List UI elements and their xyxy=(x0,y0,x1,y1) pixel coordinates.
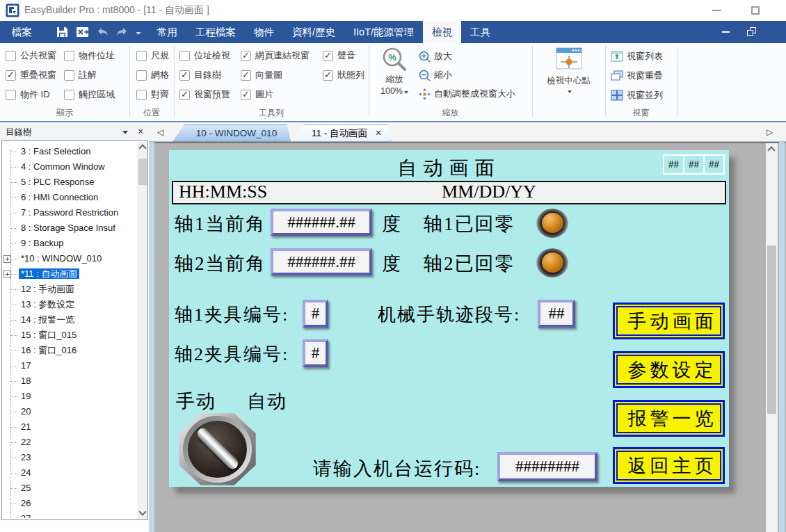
checkbox-vector-image[interactable]: 向量圖 xyxy=(241,68,282,82)
checkbox-picture[interactable]: 圖片 xyxy=(241,88,273,102)
redo-icon[interactable] xyxy=(116,27,128,37)
checkbox-comment[interactable]: 註解 xyxy=(64,68,97,82)
numeric-display-track-segment[interactable]: ## xyxy=(538,300,575,328)
checkbox-ruler[interactable]: 尺規 xyxy=(136,49,169,63)
tree-item-13[interactable]: 13 : 参数设定 xyxy=(2,297,135,312)
numeric-display[interactable]: ## xyxy=(683,154,705,175)
led-axis1-homed[interactable] xyxy=(536,209,568,238)
compile-icon[interactable] xyxy=(76,26,89,38)
rotary-switch-manual-auto[interactable] xyxy=(177,412,257,487)
tree-item-6[interactable]: 6 : HMI Connection xyxy=(2,190,135,205)
window-tile-button[interactable]: 視窗並列 xyxy=(611,89,663,102)
led-axis2-homed[interactable] xyxy=(536,248,568,277)
expand-icon[interactable] xyxy=(3,255,11,263)
tree-item-27[interactable]: 27 xyxy=(2,511,135,518)
zoom-ratio-button[interactable]: % 縮放 100% xyxy=(374,46,415,97)
tree-item-12[interactable]: 12 : 手动画面 xyxy=(2,282,135,297)
scrollbar-thumb[interactable] xyxy=(138,159,147,185)
checkbox-overlap-window[interactable]: 重疊視窗 xyxy=(6,68,56,82)
tree-item-14[interactable]: 14 : 报警一览 xyxy=(2,312,135,328)
checkbox-object-address[interactable]: 物件位址 xyxy=(64,49,115,63)
numeric-display-axis1-angle[interactable]: ######.## xyxy=(271,209,372,236)
scroll-up-icon[interactable] xyxy=(138,144,146,152)
checkbox-touch-area[interactable]: 觸控區域 xyxy=(64,88,115,102)
tab-view[interactable]: 檢視 xyxy=(423,21,461,43)
zoom-in-button[interactable]: 放大 xyxy=(419,50,452,63)
checkbox-address-view[interactable]: 位址檢視 xyxy=(179,49,230,63)
doc-tab-window-010[interactable]: 10 - WINDOW_010 xyxy=(173,124,291,142)
qat-dropdown-icon[interactable] xyxy=(136,32,141,35)
tree-item-23[interactable]: 23 xyxy=(2,450,135,465)
numeric-display-axis2-clamp[interactable]: # xyxy=(303,339,328,367)
checkbox-status-bar[interactable]: 狀態列 xyxy=(323,68,364,82)
tree-item-8[interactable]: 8 : Storage Space Insuf xyxy=(2,220,135,236)
doc-tab-auto-screen[interactable]: 11 - 自动画面× xyxy=(292,124,391,142)
checkbox-sound[interactable]: 聲音 xyxy=(323,49,355,63)
counter-displays[interactable]: ## ## ## xyxy=(664,154,725,175)
tab-close-icon[interactable]: × xyxy=(376,127,381,138)
tab-project[interactable]: 工程檔案 xyxy=(186,21,245,43)
mdi-restore-button[interactable] xyxy=(747,27,757,37)
save-icon[interactable] xyxy=(56,26,68,38)
tree-item-11[interactable]: *11 : 自动画面 xyxy=(2,266,135,282)
tab-data-history[interactable]: 資料/歷史 xyxy=(283,21,344,43)
tree-item-9[interactable]: 9 : Backup xyxy=(2,236,135,251)
tab-scroll-left-icon[interactable]: ◁ xyxy=(157,127,163,137)
tree-vertical-scrollbar[interactable] xyxy=(137,142,148,519)
button-alarm-list[interactable]: 报警一览 xyxy=(613,400,725,437)
tree-item-3[interactable]: 3 : Fast Selection xyxy=(2,144,135,159)
canvas-vertical-scrollbar[interactable] xyxy=(766,143,778,532)
checkbox-object-id[interactable]: 物件 ID xyxy=(6,88,50,102)
tab-iiot-energy[interactable]: IIoT/能源管理 xyxy=(344,21,423,43)
checkbox-web-link-window[interactable]: 網頁連結視窗 xyxy=(241,49,310,63)
checkbox-window-preview[interactable]: 視窗預覽 xyxy=(179,88,230,102)
scroll-up-icon[interactable] xyxy=(767,146,775,154)
checkbox-snap[interactable]: 對齊 xyxy=(136,88,169,102)
panel-close-icon[interactable]: × xyxy=(138,126,143,137)
checkbox-common-window[interactable]: 公共視窗 xyxy=(6,49,56,63)
button-manual-screen[interactable]: 手动画面 xyxy=(613,303,725,339)
zoom-out-button[interactable]: 縮小 xyxy=(419,69,452,81)
checkbox-directory-tree[interactable]: 目錄樹 xyxy=(179,68,221,82)
tree-item-17[interactable]: 17 xyxy=(2,358,135,373)
fit-to-window-button[interactable]: 自動調整成視窗大小 xyxy=(419,88,515,100)
numeric-display-axis2-angle[interactable]: ######.## xyxy=(271,248,372,275)
file-menu[interactable]: 檔案 xyxy=(0,21,44,43)
tree-item-24[interactable]: 24 xyxy=(2,465,135,481)
view-center-button[interactable]: 檢視中心點 xyxy=(535,46,602,93)
scroll-down-icon[interactable] xyxy=(138,508,146,515)
tab-scroll-right-icon[interactable]: ▷ xyxy=(767,127,773,137)
minimize-button[interactable] xyxy=(712,10,721,11)
numeric-display[interactable]: ## xyxy=(663,154,684,175)
tree-item-26[interactable]: 26 xyxy=(2,496,135,511)
tree-item-22[interactable]: 22 xyxy=(2,435,135,450)
tree-item-16[interactable]: 16 : 窗口_016 xyxy=(2,343,135,358)
scrollbar-thumb[interactable] xyxy=(767,245,776,414)
tree-item-25[interactable]: 25 xyxy=(2,481,135,496)
numeric-display[interactable]: ## xyxy=(703,154,725,175)
mdi-minimize-button[interactable] xyxy=(722,31,730,33)
tree-item-5[interactable]: 5 : PLC Response xyxy=(2,175,135,190)
window-list-button[interactable]: 視窗列表 xyxy=(611,50,663,63)
numeric-display-axis1-clamp[interactable]: # xyxy=(303,300,328,328)
tab-object[interactable]: 物件 xyxy=(245,21,283,43)
tree-item-4[interactable]: 4 : Common Window xyxy=(2,159,135,175)
window-cascade-button[interactable]: 視窗重疊 xyxy=(611,70,663,82)
tab-home[interactable]: 常用 xyxy=(148,21,186,43)
tree-item-18[interactable]: 18 xyxy=(2,373,135,389)
maximize-button[interactable] xyxy=(751,6,760,15)
undo-icon[interactable] xyxy=(97,27,109,37)
input-run-code[interactable]: ######## xyxy=(497,452,597,481)
tree-item-10[interactable]: *10 : WINDOW_010 xyxy=(2,251,135,266)
button-parameter-settings[interactable]: 参数设定 xyxy=(613,351,725,388)
tree-item-7[interactable]: 7 : Password Restriction xyxy=(2,205,135,220)
tree-item-19[interactable]: 19 xyxy=(2,389,135,404)
tree-item-21[interactable]: 21 xyxy=(2,419,135,435)
tab-tool[interactable]: 工具 xyxy=(461,21,499,43)
tree-item-20[interactable]: 20 xyxy=(2,404,135,419)
checkbox-grid[interactable]: 網格 xyxy=(136,68,169,82)
tree-item-15[interactable]: 15 : 窗口_015 xyxy=(2,328,135,343)
hmi-screen-window-11[interactable]: 自动画面 ## ## ## HH:MM:SS MM/DD/YY 轴1当前角 ##… xyxy=(169,150,729,487)
time-date-bar[interactable]: HH:MM:SS MM/DD/YY xyxy=(172,181,726,204)
button-return-home[interactable]: 返回主页 xyxy=(613,447,725,484)
